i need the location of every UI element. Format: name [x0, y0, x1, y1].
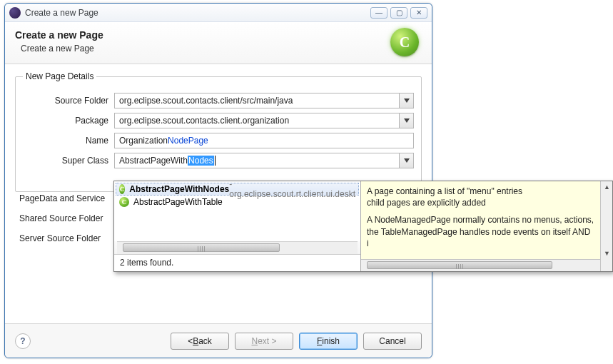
page-subtitle: Create a new Page [21, 44, 422, 54]
proposal-item-abstractpagewithnodes[interactable]: C AbstractPageWithNodes - org.eclipse.sc… [116, 183, 359, 196]
package-input[interactable] [114, 113, 400, 128]
class-icon: C [119, 197, 129, 207]
source-folder-input[interactable] [114, 93, 400, 108]
minimize-button[interactable]: — [370, 7, 387, 19]
name-label: Name [23, 136, 114, 146]
page-title: Create a new Page [15, 29, 422, 41]
finish-button[interactable]: Finish [299, 333, 358, 350]
pagedata-service-label: PageData and Service [19, 193, 105, 203]
super-class-input[interactable]: AbstractPageWithNodes [114, 153, 400, 168]
javadoc-vscrollbar[interactable]: ▲ ▼ [600, 181, 612, 271]
shared-source-folder-label: Shared Source Folder [19, 213, 105, 223]
proposal-status: 2 items found. [114, 254, 360, 271]
group-legend: New Page Details [23, 71, 96, 81]
proposal-panel: C AbstractPageWithNodes - org.eclipse.sc… [114, 181, 361, 271]
close-button[interactable]: ✕ [410, 7, 427, 19]
window-buttons: — ▢ ✕ [370, 7, 427, 19]
source-folder-browse-button[interactable] [400, 93, 414, 108]
content-assist-popup: C AbstractPageWithNodes - org.eclipse.sc… [113, 181, 613, 272]
name-input[interactable]: OrganizationNodePage [114, 133, 414, 148]
eclipse-icon [9, 7, 21, 19]
titlebar[interactable]: Create a new Page — ▢ ✕ [5, 4, 432, 22]
next-button: Next > [235, 333, 293, 350]
scroll-down-icon[interactable]: ▼ [601, 248, 613, 259]
back-button[interactable]: < Back [171, 333, 229, 350]
proposal-hscrollbar[interactable] [117, 241, 358, 254]
extra-labels: PageData and Service Shared Source Folde… [19, 183, 105, 253]
scout-class-icon: C [390, 28, 419, 56]
package-label: Package [23, 116, 114, 126]
window-title: Create a new Page [25, 8, 370, 18]
new-page-details-group: New Page Details Source Folder Package [15, 71, 422, 192]
maximize-button[interactable]: ▢ [390, 7, 407, 19]
wizard-footer: ? < Back Next > Finish Cancel [5, 323, 432, 358]
javadoc-hscrollbar[interactable] [361, 259, 600, 271]
class-icon: C [119, 184, 125, 194]
package-browse-button[interactable] [400, 113, 414, 128]
form-area: New Page Details Source Folder Package [5, 64, 432, 199]
wizard-header: Create a new Page Create a new Page C [5, 22, 432, 64]
scroll-up-icon[interactable]: ▲ [601, 181, 613, 193]
javadoc-text: A page containing a list of "menu" entri… [361, 181, 600, 271]
server-source-folder-label: Server Source Folder [19, 233, 105, 243]
javadoc-panel: A page containing a list of "menu" entri… [361, 181, 612, 271]
help-button[interactable]: ? [15, 333, 31, 349]
super-class-label: Super Class [23, 156, 114, 166]
text-caret [215, 156, 216, 166]
source-folder-label: Source Folder [23, 96, 114, 106]
proposal-list[interactable]: C AbstractPageWithNodes - org.eclipse.sc… [114, 181, 360, 241]
super-class-browse-button[interactable] [400, 153, 414, 168]
wizard-window: Create a new Page — ▢ ✕ Create a new Pag… [4, 3, 432, 358]
cancel-button[interactable]: Cancel [363, 333, 422, 350]
